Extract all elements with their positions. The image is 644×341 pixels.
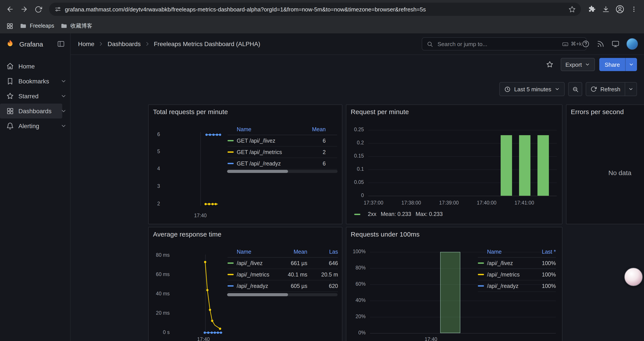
legend-col-mean[interactable]: Mean bbox=[279, 249, 320, 255]
time-range-picker[interactable]: Last 5 minutes bbox=[499, 82, 565, 96]
panel-title[interactable]: Errors per second bbox=[571, 108, 624, 115]
chevron-down-icon[interactable] bbox=[60, 93, 67, 99]
legend-row[interactable]: /api/_/livez 661 µs 646 bbox=[228, 258, 338, 269]
bookmark-star-icon[interactable] bbox=[568, 6, 576, 13]
reload-button[interactable] bbox=[32, 3, 45, 16]
series-name: /api/_/readyz bbox=[487, 283, 533, 289]
downloads-button[interactable] bbox=[599, 3, 612, 16]
share-button[interactable]: Share bbox=[600, 58, 625, 71]
chevron-down-icon[interactable] bbox=[60, 123, 67, 129]
series-color-green bbox=[354, 213, 360, 215]
bookmark-folder-freeleaps[interactable]: Freeleaps bbox=[20, 22, 54, 30]
favorite-dashboard-button[interactable] bbox=[543, 58, 556, 71]
legend-table: Name Last * /api/_/livez 100% /api/_/met… bbox=[478, 247, 556, 292]
sidebar-item-home[interactable]: Home bbox=[0, 59, 70, 74]
chevron-right-icon bbox=[98, 41, 104, 47]
y-tick: 6 bbox=[148, 132, 160, 137]
panel-title[interactable]: Request per minute bbox=[351, 108, 409, 115]
chevron-down-icon[interactable] bbox=[60, 108, 67, 114]
refresh-interval-button[interactable] bbox=[625, 82, 637, 96]
profile-button[interactable] bbox=[613, 3, 626, 16]
breadcrumb: Home Dashboards Freeleaps Metrics Dashbo… bbox=[78, 33, 260, 55]
x-tick: 17:40:00 bbox=[474, 200, 500, 205]
sidebar-item-dashboards[interactable]: Dashboards bbox=[0, 104, 70, 119]
legend-col-last[interactable]: Las bbox=[320, 249, 338, 255]
tv-mode-icon[interactable] bbox=[612, 40, 620, 48]
legend-row[interactable]: GET /api/_/metrics 2 bbox=[228, 147, 337, 158]
back-button[interactable] bbox=[4, 3, 17, 16]
series-name: GET /api/_/metrics bbox=[237, 149, 301, 155]
apps-grid-icon bbox=[6, 22, 14, 30]
back-icon bbox=[6, 5, 14, 13]
legend-col-name[interactable]: Name bbox=[487, 249, 533, 255]
legend-scrollbar[interactable] bbox=[227, 170, 338, 173]
legend-scrollbar[interactable] bbox=[227, 293, 338, 296]
legend-col-name[interactable]: Name bbox=[237, 126, 301, 133]
user-avatar[interactable] bbox=[626, 38, 638, 50]
legend-row[interactable]: /api/_/readyz 100% bbox=[478, 280, 556, 292]
bookmarks-bar: Freeleaps 收藏博客 bbox=[0, 19, 644, 33]
news-rss-icon[interactable] bbox=[597, 40, 604, 48]
share-menu-button[interactable] bbox=[625, 58, 637, 71]
search-bar[interactable]: ⌘+k bbox=[422, 37, 586, 51]
panel-errors-per-second: Errors per second No data bbox=[566, 104, 644, 224]
scrollbar-thumb[interactable] bbox=[227, 293, 288, 296]
y-tick: 0.15 bbox=[347, 153, 364, 158]
gridline bbox=[370, 317, 556, 317]
zoom-out-time-button[interactable] bbox=[568, 82, 582, 96]
sidebar-item-starred[interactable]: Starred bbox=[0, 89, 70, 104]
panel-title[interactable]: Requests under 100ms bbox=[351, 230, 420, 238]
series-name: GET /api/_/livez bbox=[237, 138, 301, 144]
legend[interactable]: 2xx Mean: 0.233 Max: 0.233 bbox=[354, 211, 443, 217]
scrollbar-thumb[interactable] bbox=[227, 170, 288, 173]
chevron-right-icon bbox=[145, 41, 150, 47]
help-icon[interactable] bbox=[582, 40, 590, 48]
dashboard-canvas: Export Share Last 5 minutes bbox=[70, 55, 644, 341]
legend-row[interactable]: /api/_/livez 100% bbox=[478, 258, 556, 269]
grafana-logo-icon[interactable] bbox=[5, 39, 15, 49]
series-color-green bbox=[478, 262, 484, 264]
star-icon bbox=[546, 61, 554, 69]
forward-button[interactable] bbox=[18, 3, 31, 16]
address-bar[interactable]: grafana.mathmast.com/d/deytv4rwavabkb/fr… bbox=[49, 3, 581, 16]
y-tick: 40% bbox=[347, 297, 366, 303]
no-data-message: No data bbox=[566, 169, 644, 176]
sidebar-item-bookmarks[interactable]: Bookmarks bbox=[0, 74, 70, 89]
panel-title[interactable]: Average response time bbox=[153, 230, 222, 238]
panel-title[interactable]: Total requests per minute bbox=[153, 108, 228, 115]
legend-row[interactable]: GET /api/_/livez 6 bbox=[228, 135, 337, 147]
reload-icon bbox=[34, 6, 42, 13]
legend-col-mean[interactable]: Mean bbox=[301, 126, 337, 133]
y-tick: 80% bbox=[347, 265, 366, 270]
legend-row[interactable]: /api/_/metrics 40.1 ms 20.5 m bbox=[228, 269, 338, 280]
collapse-sidebar-button[interactable] bbox=[57, 40, 65, 48]
legend-row[interactable]: /api/_/metrics 100% bbox=[478, 269, 556, 280]
series-color-yellow bbox=[228, 274, 234, 275]
series-name: /api/_/metrics bbox=[237, 271, 279, 278]
sidebar-item-alerting[interactable]: Alerting bbox=[0, 119, 70, 133]
breadcrumb-home[interactable]: Home bbox=[78, 40, 94, 47]
y-tick: 0 s bbox=[150, 329, 170, 335]
site-settings-icon[interactable] bbox=[54, 6, 62, 13]
bookmark-folder-blogs[interactable]: 收藏博客 bbox=[60, 22, 92, 30]
chevron-down-icon[interactable] bbox=[60, 78, 67, 84]
search-shortcut: ⌘+k bbox=[562, 41, 582, 47]
legend-col-name[interactable]: Name bbox=[237, 249, 279, 255]
legend-col-last[interactable]: Last * bbox=[533, 249, 556, 255]
bar-under-100ms bbox=[440, 252, 460, 333]
y-tick: 0.25 bbox=[347, 127, 364, 132]
url-text[interactable]: grafana.mathmast.com/d/deytv4rwavabkb/fr… bbox=[65, 6, 565, 13]
extensions-button[interactable] bbox=[585, 3, 598, 16]
y-tick: 100% bbox=[347, 249, 366, 254]
sidebar-item-label: Bookmarks bbox=[18, 78, 49, 85]
refresh-button[interactable]: Refresh bbox=[586, 82, 625, 96]
legend-row[interactable]: GET /api/_/readyz 6 bbox=[228, 158, 337, 169]
breadcrumb-dashboards[interactable]: Dashboards bbox=[108, 40, 141, 47]
floating-assistant-avatar[interactable] bbox=[624, 268, 643, 286]
export-button[interactable]: Export bbox=[560, 58, 595, 71]
search-input[interactable] bbox=[437, 40, 558, 48]
browser-menu-button[interactable] bbox=[627, 3, 640, 16]
apps-grid-button[interactable] bbox=[6, 22, 14, 30]
legend-row[interactable]: /api/_/readyz 605 µs 620 bbox=[228, 280, 338, 292]
x-tick: 17:40 bbox=[418, 336, 444, 341]
